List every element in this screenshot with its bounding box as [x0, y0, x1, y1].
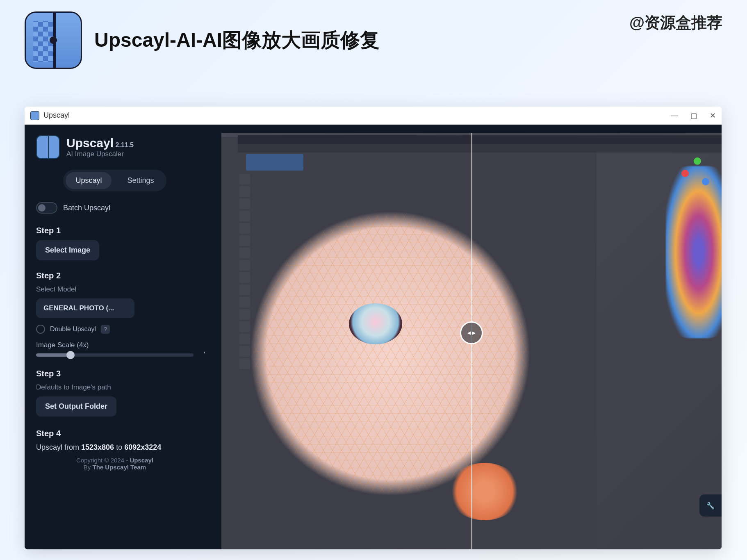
image-scale-label: Image Scale (4x) [36, 341, 194, 349]
window-title: Upscayl [43, 111, 70, 120]
batch-label: Batch Upscayl [63, 204, 110, 212]
tools-button[interactable]: 🔧 [699, 494, 722, 517]
brand-block: Upscayl 2.11.5 AI Image Upscaler [36, 135, 194, 159]
attribution-text: @资源盒推荐 [629, 12, 722, 33]
step4-label: Step 4 [36, 429, 194, 438]
close-button[interactable]: ✕ [710, 111, 716, 120]
tab-upscayl[interactable]: Upscayl [66, 172, 112, 189]
select-image-button[interactable]: Select Image [36, 240, 99, 260]
tab-settings[interactable]: Settings [117, 172, 164, 189]
step3-desc: Defaults to Image's path [36, 383, 194, 392]
wrench-icon: 🔧 [706, 502, 715, 510]
page-header: Upscayl-AI-AI图像放大画质修复 [0, 0, 747, 77]
step2-desc: Select Model [36, 285, 194, 294]
page-title: Upscayl-AI-AI图像放大画质修复 [94, 27, 380, 53]
viewport-gizmo-icon [681, 157, 714, 190]
image-scale-slider[interactable] [36, 353, 194, 357]
batch-toggle[interactable] [36, 202, 57, 214]
step1-label: Step 1 [36, 226, 194, 235]
comparison-slider-handle[interactable]: ◂ ▸ [460, 321, 483, 344]
minimize-button[interactable]: — [671, 111, 678, 120]
step4-resolution-line: Upscayl from 1523x806 to 6092x3224 [36, 443, 194, 452]
brand-logo-icon [36, 135, 60, 159]
brand-subtitle: AI Image Upscaler [66, 150, 134, 158]
app-logo-icon [25, 11, 82, 69]
model-select[interactable]: GENERAL PHOTO (... [36, 298, 134, 318]
maximize-button[interactable]: ▢ [690, 111, 697, 120]
step2-label: Step 2 [36, 271, 194, 280]
credits: Copyright © 2024 - Upscayl By The Upscay… [36, 457, 194, 471]
tab-bar: Upscayl Settings [63, 170, 166, 191]
brand-name: Upscayl [66, 136, 114, 150]
sidebar: Upscayl 2.11.5 AI Image Upscaler Upscayl… [25, 125, 205, 549]
titlebar-app-icon [30, 111, 39, 120]
double-upscayl-label: Double Upscayl [50, 326, 96, 333]
preview-canvas[interactable]: ◂ ▸ [221, 133, 722, 549]
double-upscayl-help[interactable]: ? [101, 325, 110, 334]
brand-version: 2.11.5 [116, 141, 134, 148]
window-titlebar: Upscayl — ▢ ✕ [25, 107, 722, 125]
image-viewer: ◂ ▸ 🔧 [205, 125, 722, 549]
app-window: Upscayl — ▢ ✕ Upscayl 2.11.5 AI Image Up… [25, 107, 722, 549]
set-output-folder-button[interactable]: Set Output Folder [36, 396, 116, 417]
step3-label: Step 3 [36, 369, 194, 378]
double-upscayl-checkbox[interactable] [36, 325, 45, 334]
